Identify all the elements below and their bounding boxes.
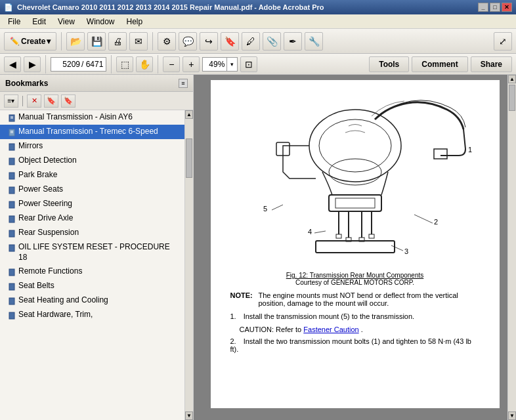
bookmark-item-manual-aisin[interactable]: Manual Transmission - Aisin AY6 xyxy=(0,110,184,125)
step-1-text: 1. Install the transmission mount (5) to… xyxy=(230,312,415,320)
create-button[interactable]: ✏️ Create ▾ xyxy=(4,32,56,51)
bookmark-item-rear-drive-axle[interactable]: Rear Drive Axle xyxy=(0,211,184,226)
comment-button[interactable]: 💬 xyxy=(179,32,197,51)
sign-button[interactable]: ✒ xyxy=(284,32,302,51)
nav-sep-2 xyxy=(111,55,112,74)
caution-section: CAUTION: Refer to Fastener Caution . xyxy=(240,326,480,333)
bookmark-item-power-steering[interactable]: Power Steering xyxy=(0,197,184,211)
create-icon: ✏️ xyxy=(10,37,20,46)
bookmark-label-manual-aisin: Manual Transmission - Aisin AY6 xyxy=(18,112,181,123)
panel-scrollbar[interactable]: ▲ ▼ xyxy=(184,110,193,420)
left-panel: Bookmarks ≡ ≡▾ ✕ 🔖 🔖 xyxy=(0,75,194,420)
zoom-group: ▾ xyxy=(202,57,238,72)
page-input-group: / 6471 xyxy=(51,57,106,72)
bookmark-label-oil-life: OIL LIFE SYSTEM RESET - PROCEDURE 18 xyxy=(18,242,181,262)
toolbar: ✏️ Create ▾ 📂 💾 🖨 ✉ ⚙ 💬 ↪ 🔖 🖊 📎 ✒ 🔧 ⤢ xyxy=(0,29,516,54)
bookmark-item-manual-tremec[interactable]: Manual Transmission - Tremec 6-Speed xyxy=(0,125,184,139)
attach-button[interactable]: 📎 xyxy=(263,32,281,51)
zoom-dropdown-button[interactable]: ▾ xyxy=(226,57,237,72)
menu-edit[interactable]: Edit xyxy=(27,16,51,28)
bookmark-view-button[interactable]: ≡▾ xyxy=(4,94,18,108)
svg-rect-12 xyxy=(9,230,14,237)
svg-rect-6 xyxy=(9,144,14,150)
zoom-input[interactable] xyxy=(203,60,226,69)
bookmark-new-button[interactable]: 🔖 xyxy=(44,94,58,108)
bookmark-label-object-detection: Object Detection xyxy=(18,156,181,166)
bookmark-item-object-detection[interactable]: Object Detection xyxy=(0,154,184,168)
maximize-button[interactable]: □ xyxy=(490,3,500,12)
nav-forward-button[interactable]: ▶ xyxy=(24,56,41,72)
bookmark-toolbar: ≡▾ ✕ 🔖 🔖 xyxy=(0,92,193,110)
nav-sep-3 xyxy=(158,55,158,74)
bookmark-item-rear-suspension[interactable]: Rear Suspension xyxy=(0,226,184,240)
note-label: NOTE: xyxy=(230,291,253,307)
share-panel-button[interactable]: Share xyxy=(471,56,512,72)
bookmark-item-park-brake[interactable]: Park Brake xyxy=(0,168,184,182)
select-tool-button[interactable]: ⬚ xyxy=(116,56,133,72)
bookmark-icon-manual-tremec xyxy=(8,128,16,137)
content-scroll-thumb[interactable] xyxy=(509,85,515,111)
step-1: 1. Install the transmission mount (5) to… xyxy=(230,312,480,320)
create-dropdown-icon: ▾ xyxy=(47,37,51,46)
bookmark-icon-manual-aisin xyxy=(8,114,16,123)
settings-button[interactable]: ⚙ xyxy=(158,32,176,51)
save-button[interactable]: 💾 xyxy=(87,32,106,51)
bookmark-item-seat-heating[interactable]: Seat Heating and Cooling xyxy=(0,293,184,308)
svg-rect-17 xyxy=(9,312,14,319)
email-button[interactable]: ✉ xyxy=(129,32,148,51)
svg-text:2: 2 xyxy=(434,218,438,226)
panel-scroll-down[interactable]: ▼ xyxy=(185,411,193,420)
hand-tool-button[interactable]: ✋ xyxy=(136,56,153,72)
nav-back-button[interactable]: ◀ xyxy=(4,56,21,72)
figure-caption: Fig. 12: Transmission Rear Mount Compone… xyxy=(230,272,480,286)
content-scroll[interactable]: 1 xyxy=(194,75,516,420)
menu-window[interactable]: Window xyxy=(81,16,120,28)
open-button[interactable]: 📂 xyxy=(66,32,85,51)
close-button[interactable]: ✕ xyxy=(502,3,512,12)
bookmark-item-seat-belts[interactable]: Seat Belts xyxy=(0,279,184,293)
bookmark-item-oil-life[interactable]: OIL LIFE SYSTEM RESET - PROCEDURE 18 xyxy=(0,240,184,264)
bookmark-label-remote-functions: Remote Functions xyxy=(18,266,181,277)
minimize-button[interactable]: _ xyxy=(478,3,488,12)
bookmark-icon-mirrors xyxy=(8,142,16,152)
bookmark-delete-button[interactable]: ✕ xyxy=(27,94,41,108)
print-button[interactable]: 🖨 xyxy=(108,32,127,51)
highlight-button[interactable]: 🖊 xyxy=(242,32,260,51)
zoom-out-button[interactable]: − xyxy=(163,56,180,72)
zoom-in-button[interactable]: + xyxy=(183,56,200,72)
svg-text:5: 5 xyxy=(263,205,267,213)
content-scroll-down[interactable]: ▼ xyxy=(508,411,516,420)
caution-end: . xyxy=(359,326,363,333)
bookmark-label-manual-tremec: Manual Transmission - Tremec 6-Speed xyxy=(18,127,181,137)
figure-credit: Courtesy of GENERAL MOTORS CORP. xyxy=(295,279,414,286)
page-number-input[interactable] xyxy=(54,60,80,69)
content-scrollbar[interactable]: ▲ ▼ xyxy=(507,75,516,420)
panel-scroll-up[interactable]: ▲ xyxy=(185,110,193,119)
panel-header: Bookmarks ≡ xyxy=(0,75,193,92)
svg-rect-11 xyxy=(9,216,14,222)
bookmark-item-power-seats[interactable]: Power Seats xyxy=(0,182,184,197)
nav-bar: ◀ ▶ / 6471 ⬚ ✋ − + ▾ ⊡ Tools Comment Sha… xyxy=(0,54,516,75)
menu-help[interactable]: Help xyxy=(121,16,148,28)
bookmark-label-rear-suspension: Rear Suspension xyxy=(18,228,181,238)
bookmark-item-remote-functions[interactable]: Remote Functions xyxy=(0,264,184,279)
tools-button[interactable]: 🔧 xyxy=(305,32,323,51)
window-controls: _ □ ✕ xyxy=(478,3,512,12)
fastener-caution-link[interactable]: Fastener Caution xyxy=(303,326,358,333)
bookmark-icon-oil-life xyxy=(8,243,16,253)
bookmark-icon-seat-heating xyxy=(8,297,16,306)
menu-view[interactable]: View xyxy=(53,16,80,28)
stamp-button[interactable]: 🔖 xyxy=(221,32,239,51)
fit-page-button[interactable]: ⊡ xyxy=(240,56,257,72)
tools-panel-button[interactable]: Tools xyxy=(369,56,409,72)
panel-scroll-thumb[interactable] xyxy=(186,138,192,178)
share-button[interactable]: ↪ xyxy=(200,32,218,51)
comment-panel-button[interactable]: Comment xyxy=(412,56,467,72)
bookmark-item-seat-hardware[interactable]: Seat Hardware, Trim, xyxy=(0,308,184,322)
bookmark-item-mirrors[interactable]: Mirrors xyxy=(0,139,184,154)
panel-options-button[interactable]: ≡ xyxy=(179,79,188,88)
bookmark-options-button[interactable]: 🔖 xyxy=(61,94,75,108)
content-scroll-up[interactable]: ▲ xyxy=(508,75,516,83)
menu-file[interactable]: File xyxy=(3,16,26,28)
fullscreen-button[interactable]: ⤢ xyxy=(494,32,512,51)
